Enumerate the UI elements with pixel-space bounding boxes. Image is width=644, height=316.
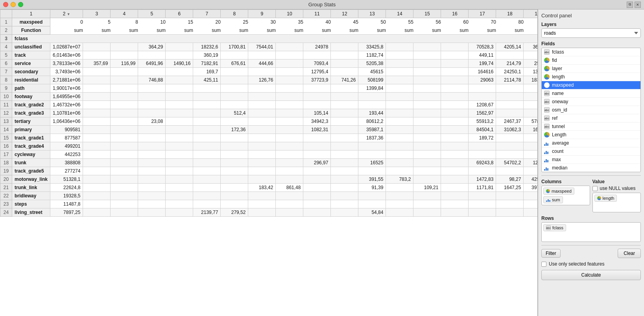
cell-track_grade3-18 xyxy=(524,109,537,117)
columns-rows-section: Columns maxspeedsum Value use NULL value… xyxy=(541,179,641,212)
use-only-selected-checkbox[interactable] xyxy=(541,262,546,267)
abc-icon: abc xyxy=(544,107,550,113)
cell-trunk_link-1: 22624,8 xyxy=(50,184,83,192)
field-item-Length[interactable]: Length xyxy=(542,131,640,139)
col-9-header[interactable]: 9 xyxy=(248,10,276,18)
cell-track_grade5-9 xyxy=(276,167,303,175)
cell-residential-6: 425,11 xyxy=(193,76,221,84)
row-chip-fclass[interactable]: abcfclass xyxy=(543,224,566,231)
cell-tertiary-5 xyxy=(166,117,193,126)
col-5-header[interactable]: 5 xyxy=(138,10,166,18)
row-label-track: track xyxy=(12,51,50,59)
col-3-header[interactable]: 3 xyxy=(83,10,111,18)
cell-service-13 xyxy=(386,59,413,68)
field-item-max[interactable]: max xyxy=(542,156,640,164)
use-null-label: use NULL values xyxy=(600,186,636,191)
col-18-header[interactable]: 18 xyxy=(496,10,524,18)
col-19-header[interactable]: 19 xyxy=(524,10,537,18)
calculate-button[interactable]: Calculate xyxy=(541,270,641,280)
cell-steps-10 xyxy=(303,200,331,208)
col-15-header[interactable]: 15 xyxy=(413,10,441,18)
r1c15: 56 xyxy=(413,18,441,26)
cell-unclassified-12: 33425,8 xyxy=(358,43,386,51)
col-14-header[interactable]: 14 xyxy=(386,10,413,18)
field-item-ref[interactable]: abcref xyxy=(542,114,640,123)
field-item-name[interactable]: abcname xyxy=(542,89,640,98)
col-17-header[interactable]: 17 xyxy=(469,10,496,18)
minimize-button[interactable] xyxy=(11,2,16,7)
cell-track_grade5-14 xyxy=(413,167,441,175)
layers-label: Layers xyxy=(541,22,641,27)
field-name: layer xyxy=(552,66,562,71)
maximize-button[interactable] xyxy=(18,2,23,7)
restore-button[interactable]: ⧉ xyxy=(627,2,633,8)
cell-unclassified-16: 70528,3 xyxy=(469,43,496,51)
cell-track_grade5-13 xyxy=(386,167,413,175)
field-item-layer[interactable]: layer xyxy=(542,65,640,73)
cell-track_grade4-13 xyxy=(386,142,413,151)
col-13-header[interactable]: 13 xyxy=(358,10,386,18)
cell-track_grade2-6 xyxy=(193,101,221,109)
cell-trunk_link-7 xyxy=(221,184,248,192)
field-item-length[interactable]: length xyxy=(542,73,640,81)
filter-button[interactable]: Filter xyxy=(541,249,561,258)
r1c18: 80 xyxy=(496,18,524,26)
col-2-header[interactable]: 2 ▼ xyxy=(50,10,83,18)
bar-icon xyxy=(544,149,550,154)
field-item-average[interactable]: average xyxy=(542,139,640,147)
column-chip-sum[interactable]: sum xyxy=(543,196,563,203)
col-16-header[interactable]: 16 xyxy=(441,10,469,18)
cell-track_grade4-15 xyxy=(441,142,469,151)
control-panel: Control panel Layers roads Fields abcfcl… xyxy=(538,9,644,316)
use-null-checkbox[interactable] xyxy=(592,186,598,191)
clear-button[interactable]: Clear xyxy=(618,249,641,258)
columns-box[interactable]: maxspeedsum xyxy=(541,186,590,205)
value-chip-length[interactable]: length xyxy=(594,195,617,202)
col-4-header[interactable]: 4 xyxy=(111,10,138,18)
cell-motorway_link-1: 51328,1 xyxy=(50,175,83,184)
data-table: 1 2 ▼ 3 4 5 6 7 8 9 10 11 12 13 14 xyxy=(0,9,537,217)
col-6-header[interactable]: 6 xyxy=(166,10,193,18)
cell-track_grade3-3 xyxy=(111,109,138,117)
col-8-header[interactable]: 8 xyxy=(221,10,248,18)
use-only-selected-label: Use only selected features xyxy=(549,261,604,267)
col-10-header[interactable]: 10 xyxy=(276,10,303,18)
cell-motorway_link-13: 783,2 xyxy=(386,175,413,184)
layers-select[interactable]: roads xyxy=(541,28,641,38)
cell-footway-17 xyxy=(496,93,524,101)
rows-box[interactable]: abcfclass xyxy=(541,222,641,242)
close-button[interactable] xyxy=(3,2,8,7)
col-12-header[interactable]: 12 xyxy=(331,10,358,18)
cell-track-12: 1182,74 xyxy=(358,51,386,59)
cell-primary-17: 31062,3 xyxy=(496,126,524,134)
cell-path-5 xyxy=(166,84,193,93)
field-item-median[interactable]: median xyxy=(542,164,640,172)
close-title-button[interactable]: ✕ xyxy=(635,2,641,8)
field-item-osm_id[interactable]: abcosm_id xyxy=(542,106,640,114)
cell-bridleway-8 xyxy=(248,192,276,200)
table-wrapper[interactable]: 1 2 ▼ 3 4 5 6 7 8 9 10 11 12 13 14 xyxy=(0,9,537,316)
value-box[interactable]: length xyxy=(592,193,641,212)
cell-track_grade2-10 xyxy=(303,101,331,109)
cell-service-3: 116,99 xyxy=(111,59,138,68)
cell-track_grade4-3 xyxy=(111,142,138,151)
cell-motorway_link-4 xyxy=(138,175,166,184)
column-chip-maxspeed[interactable]: maxspeed xyxy=(543,188,574,195)
field-name: fid xyxy=(552,58,557,63)
cell-service-12: 5205,38 xyxy=(358,59,386,68)
field-item-count[interactable]: count xyxy=(542,147,640,156)
cell-track_grade1-4 xyxy=(138,134,166,142)
field-item-fid[interactable]: fid xyxy=(542,56,640,65)
fields-label: Fields xyxy=(541,41,641,46)
col-7-header[interactable]: 7 xyxy=(193,10,221,18)
col-11-header[interactable]: 11 xyxy=(303,10,331,18)
field-item-oneway[interactable]: abconeway xyxy=(542,98,640,106)
row-num-17: 17 xyxy=(0,151,12,159)
col-1-header[interactable]: 1 xyxy=(12,10,50,18)
cell-unclassified-17: 4205,14 xyxy=(496,43,524,51)
field-item-tunnel[interactable]: abctunnel xyxy=(542,123,640,131)
field-item-fclass[interactable]: abcfclass xyxy=(542,48,640,56)
cell-path-12: 1399,84 xyxy=(358,84,386,93)
field-item-maxspeed[interactable]: maxspeed xyxy=(542,81,640,89)
cell-trunk-5 xyxy=(166,159,193,167)
